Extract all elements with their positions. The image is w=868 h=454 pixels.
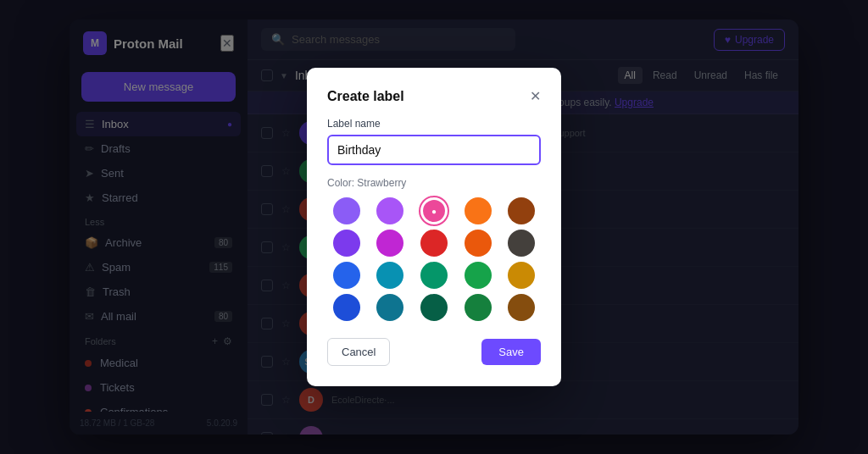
color-option-19[interactable] [508, 294, 535, 321]
color-name: Strawberry [357, 177, 406, 189]
color-label: Color: Strawberry [327, 177, 541, 189]
color-option-0[interactable] [333, 197, 360, 224]
color-option-13[interactable] [465, 262, 492, 289]
label-name-input[interactable] [327, 135, 541, 165]
color-option-11[interactable] [376, 262, 403, 289]
color-option-9[interactable] [508, 230, 535, 257]
color-option-14[interactable] [508, 262, 535, 289]
color-option-3[interactable] [465, 197, 492, 224]
color-option-1[interactable] [376, 197, 403, 224]
color-option-8[interactable] [465, 230, 492, 257]
color-option-15[interactable] [333, 294, 360, 321]
modal-title: Create label [327, 89, 404, 104]
color-option-2[interactable] [420, 197, 448, 224]
color-option-5[interactable] [333, 230, 360, 257]
color-option-10[interactable] [333, 262, 360, 289]
label-name-label: Label name [327, 118, 541, 130]
modal-header: Create label ✕ [327, 88, 541, 104]
color-option-7[interactable] [420, 230, 448, 257]
save-button[interactable]: Save [481, 339, 541, 365]
modal-close-button[interactable]: ✕ [530, 88, 541, 104]
color-option-16[interactable] [376, 294, 403, 321]
modal-overlay: Create label ✕ Label name Color: Strawbe… [0, 0, 868, 454]
color-option-12[interactable] [420, 262, 448, 289]
create-label-modal: Create label ✕ Label name Color: Strawbe… [307, 68, 561, 386]
color-option-6[interactable] [376, 230, 403, 257]
color-option-4[interactable] [508, 197, 535, 224]
color-option-18[interactable] [465, 294, 492, 321]
color-option-17[interactable] [420, 294, 448, 321]
modal-actions: Cancel Save [327, 338, 541, 366]
cancel-button[interactable]: Cancel [327, 338, 390, 366]
color-grid [327, 197, 541, 321]
